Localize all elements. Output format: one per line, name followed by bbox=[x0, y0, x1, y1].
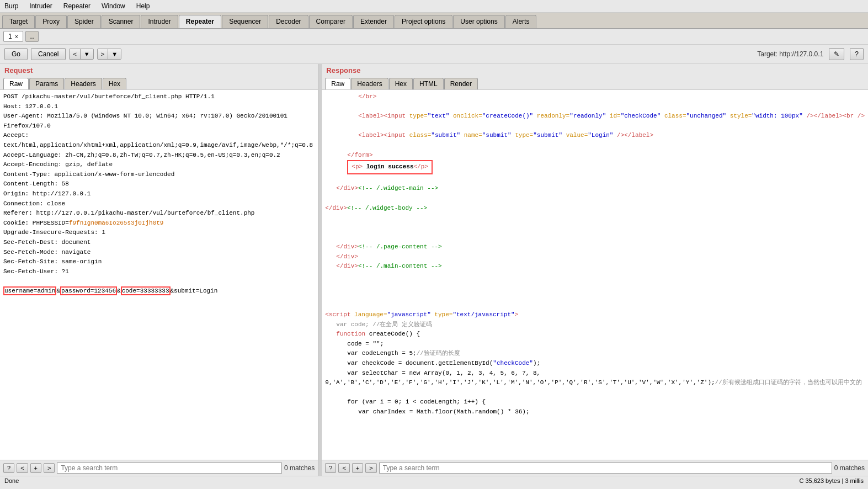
req-line-20 bbox=[3, 277, 315, 286]
resp-line-32: var charIndex = Math.floor(Math.random()… bbox=[325, 407, 865, 417]
req-line-17: Sec-Fetch-Mode: navigate bbox=[3, 248, 315, 258]
req-line-7: Accept-Language: zh-CN,zh;q=0.8,zh-TW;q=… bbox=[3, 151, 315, 161]
resp-line-15: </div><!-- /.page-content --> bbox=[325, 242, 865, 252]
menu-bar: Burp Intruder Repeater Window Help bbox=[0, 0, 868, 13]
response-tab-html[interactable]: HTML bbox=[413, 78, 444, 89]
tab-repeater[interactable]: Repeater bbox=[179, 15, 221, 28]
req-line-18: Sec-Fetch-Site: same-origin bbox=[3, 257, 315, 267]
back-dropdown[interactable]: ▼ bbox=[81, 49, 93, 59]
req-search-next[interactable]: > bbox=[44, 463, 55, 473]
resp-line-26: var codeLength = 5;//验证码的长度 bbox=[325, 349, 865, 359]
request-content[interactable]: POST /pikachu-master/vul/burteforce/bf_c… bbox=[0, 90, 318, 460]
response-content[interactable]: </br> <label><input type="text" onclick=… bbox=[322, 90, 868, 460]
back-button[interactable]: < bbox=[70, 49, 80, 59]
req-line-16: Sec-Fetch-Dest: document bbox=[3, 238, 315, 248]
forward-nav-group: > ▼ bbox=[97, 49, 121, 60]
req-line-5: Accept: bbox=[3, 131, 315, 141]
req-line-15: Upgrade-Insecure-Requests: 1 bbox=[3, 228, 315, 238]
tab-spider[interactable]: Spider bbox=[67, 15, 101, 28]
target-help-button[interactable]: ? bbox=[850, 48, 864, 60]
tab-comparer[interactable]: Comparer bbox=[309, 15, 353, 28]
resp-search-help[interactable]: ? bbox=[325, 463, 336, 473]
req-search-input[interactable] bbox=[57, 463, 281, 474]
menu-window[interactable]: Window bbox=[99, 1, 127, 11]
request-tab-hex[interactable]: Hex bbox=[103, 78, 126, 89]
request-tab-headers[interactable]: Headers bbox=[65, 78, 102, 89]
response-tab-headers[interactable]: Headers bbox=[351, 78, 388, 89]
req-password-box: password=123456 bbox=[60, 286, 117, 295]
resp-line-19 bbox=[325, 281, 865, 291]
menu-help[interactable]: Help bbox=[134, 1, 152, 11]
req-code-box: code=33333333 bbox=[121, 286, 171, 295]
response-tab-bar: Raw Headers Hex HTML Render bbox=[322, 77, 868, 90]
tab-alerts[interactable]: Alerts bbox=[505, 15, 537, 28]
resp-line-8 bbox=[325, 174, 865, 184]
tab-scanner[interactable]: Scanner bbox=[102, 15, 141, 28]
resp-search-add[interactable]: + bbox=[352, 463, 363, 473]
tab-project-options[interactable]: Project options bbox=[395, 15, 452, 28]
cancel-button[interactable]: Cancel bbox=[31, 48, 66, 60]
back-nav-group: < ▼ bbox=[69, 49, 93, 60]
response-tab-render[interactable]: Render bbox=[444, 78, 478, 89]
tab-target[interactable]: Target bbox=[2, 15, 35, 28]
tab-sequencer[interactable]: Sequencer bbox=[222, 15, 268, 28]
tab-user-options[interactable]: User options bbox=[453, 15, 504, 28]
repeater-more-tabs[interactable]: ... bbox=[25, 31, 39, 42]
resp-line-3: <label><input type="text" onclick="creat… bbox=[325, 111, 865, 121]
tab-proxy[interactable]: Proxy bbox=[35, 15, 67, 28]
req-matches-label: 0 matches bbox=[284, 464, 315, 472]
resp-line-30 bbox=[325, 388, 865, 398]
status-info: C 35,623 bytes | 3 millis bbox=[799, 477, 864, 484]
forward-button[interactable]: > bbox=[98, 49, 108, 59]
resp-line-21 bbox=[325, 300, 865, 310]
resp-line-17: </div><!-- /.main-content --> bbox=[325, 262, 865, 272]
resp-line-29: 9,'A','B','C','D','E','F','G','H','I','J… bbox=[325, 378, 865, 388]
status-text: Done bbox=[4, 477, 19, 484]
resp-line-4 bbox=[325, 121, 865, 131]
req-line-14: Cookie: PHPSESSID=f9fnIgn0ma6Io265s3j0Ij… bbox=[3, 219, 315, 228]
resp-search-prev[interactable]: < bbox=[338, 463, 349, 473]
request-panel: Request Raw Params Headers Hex POST /pik… bbox=[0, 64, 318, 476]
menu-intruder[interactable]: Intruder bbox=[27, 1, 54, 11]
cookie-value: f9fnIgn0ma6Io265s3j0Ijh0t9 bbox=[69, 220, 164, 226]
request-tab-bar: Raw Params Headers Hex bbox=[0, 77, 318, 90]
req-line-12: Connection: close bbox=[3, 199, 315, 209]
resp-line-24: function createCode() { bbox=[325, 329, 865, 339]
req-search-help[interactable]: ? bbox=[3, 463, 14, 473]
req-line-2: Host: 127.0.0.1 bbox=[3, 102, 315, 112]
resp-search-input[interactable] bbox=[379, 463, 832, 474]
req-search-prev[interactable]: < bbox=[17, 463, 28, 473]
request-tab-params[interactable]: Params bbox=[29, 78, 64, 89]
resp-search-next[interactable]: > bbox=[365, 463, 376, 473]
repeater-tab-close[interactable]: × bbox=[15, 34, 18, 40]
response-tab-raw[interactable]: Raw bbox=[325, 78, 350, 89]
target-edit-button[interactable]: ✎ bbox=[829, 48, 844, 60]
forward-dropdown[interactable]: ▼ bbox=[108, 49, 121, 59]
response-tab-hex[interactable]: Hex bbox=[389, 78, 413, 89]
req-line-4: Firefox/107.0 bbox=[3, 121, 315, 131]
req-line-body: username=admin&password=123456&code=3333… bbox=[3, 286, 315, 296]
resp-line-20 bbox=[325, 291, 865, 301]
req-line-3: User-Agent: Mozilla/5.0 (Windows NT 10.0… bbox=[3, 111, 315, 121]
repeater-tab-1[interactable]: 1 × bbox=[3, 31, 23, 42]
status-bar: Done C 35,623 bytes | 3 millis bbox=[0, 476, 868, 485]
tab-intruder[interactable]: Intruder bbox=[141, 15, 178, 28]
tab-extender[interactable]: Extender bbox=[353, 15, 394, 28]
repeater-tab-bar: 1 × ... bbox=[0, 29, 868, 45]
go-button[interactable]: Go bbox=[4, 48, 28, 60]
resp-matches-label: 0 matches bbox=[834, 464, 865, 472]
menu-repeater[interactable]: Repeater bbox=[61, 1, 93, 11]
req-search-add[interactable]: + bbox=[30, 463, 41, 473]
resp-line-25: code = ""; bbox=[325, 339, 865, 349]
req-line-13: Referer: http://127.0.0.1/pikachu-master… bbox=[3, 209, 315, 219]
resp-line-login-success: <p> login success</p> bbox=[325, 160, 865, 174]
menu-burp[interactable]: Burp bbox=[2, 1, 20, 11]
req-line-6: text/html,application/xhtml+xml,applicat… bbox=[3, 141, 315, 151]
resp-line-12 bbox=[325, 213, 865, 223]
response-panel: Response Raw Headers Hex HTML Render </b… bbox=[322, 64, 868, 476]
request-tab-raw[interactable]: Raw bbox=[3, 78, 29, 89]
resp-line-11: </div><!-- /.widget-body --> bbox=[325, 204, 865, 214]
tab-decoder[interactable]: Decoder bbox=[269, 15, 308, 28]
resp-line-28: var selectChar = new Array(0, 1, 2, 3, 4… bbox=[325, 369, 865, 379]
req-line-1: POST /pikachu-master/vul/burteforce/bf_c… bbox=[3, 92, 315, 102]
